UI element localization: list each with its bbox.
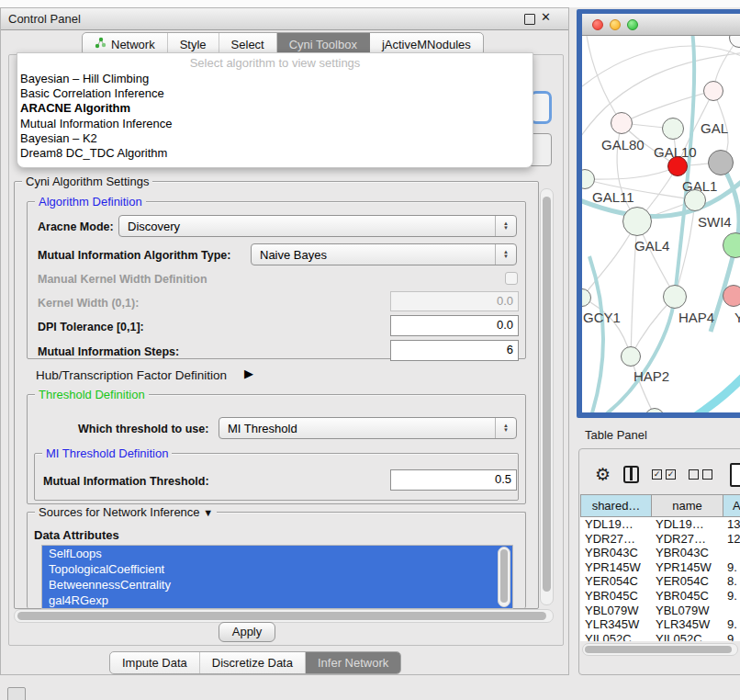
- network-node-hap4[interactable]: [663, 285, 687, 309]
- table-cell: YBL079W: [656, 604, 710, 617]
- data-attribute-gal4rgexp[interactable]: gal4RGexp: [42, 593, 512, 608]
- table-row[interactable]: YPR145WYPR145W9.: [580, 560, 740, 575]
- table-cell: YBR045C: [585, 589, 638, 603]
- table-cell: YER054C: [656, 574, 709, 588]
- node-label-swi4: SWI4: [698, 214, 732, 230]
- table-row[interactable]: YBL079WYBL079W: [580, 604, 740, 618]
- algorithm-option-bayesian-k2[interactable]: Bayesian – K2: [20, 131, 529, 146]
- tab-label: Infer Network: [318, 656, 388, 670]
- algorithm-option-dream8-dc-tdc-algorithm[interactable]: Dream8 DC_TDC Algorithm: [20, 146, 529, 161]
- mi-threshold-field[interactable]: 0.5: [390, 469, 517, 491]
- data-attribute-betweennesscentrality[interactable]: BetweennessCentrality: [42, 577, 512, 593]
- dpi-tolerance-field[interactable]: 0.0: [390, 315, 519, 336]
- table-cell: YIL052C: [585, 632, 632, 641]
- network-node-gal[interactable]: [703, 81, 723, 101]
- algorithm-option-basic-correlation-inference[interactable]: Basic Correlation Inference: [20, 86, 529, 101]
- network-node-gal80[interactable]: [611, 112, 633, 134]
- algorithm-option-mutual-information-inference[interactable]: Mutual Information Inference: [20, 117, 529, 131]
- table-cell: YDL19…: [585, 517, 633, 531]
- close-window-icon[interactable]: ✕: [541, 10, 551, 24]
- minimize-traffic-light-icon[interactable]: [610, 19, 621, 30]
- mi-algorithm-type-label: Mutual Information Algorithm Type:: [38, 249, 230, 262]
- data-attribute-topologicalcoefficient[interactable]: TopologicalCoefficient: [42, 561, 512, 577]
- network-node-gal1[interactable]: [667, 156, 688, 176]
- mi-algorithm-type-combobox[interactable]: Naive Bayes ▲▼: [251, 243, 517, 265]
- table-row[interactable]: YDR27…YDR27…12: [580, 532, 740, 547]
- table-row[interactable]: YLR345WYLR345W9.: [580, 617, 740, 632]
- select-all-checkboxes-icon[interactable]: ✓✓: [652, 469, 676, 480]
- network-node-swi4[interactable]: [684, 189, 706, 211]
- node-label-hap2: HAP2: [633, 368, 669, 384]
- table-cell: YBR045C: [656, 589, 709, 603]
- table-row[interactable]: YER054CYER054C8.: [580, 574, 740, 589]
- gear-icon[interactable]: ⚙: [595, 466, 611, 483]
- table-panel-title: Table Panel: [585, 428, 647, 442]
- float-window-icon[interactable]: [524, 14, 535, 25]
- table-cell: 12: [727, 532, 740, 546]
- column-header-shared-name[interactable]: shared…: [580, 494, 652, 517]
- tab-discretize-data[interactable]: Discretize Data: [200, 652, 306, 673]
- bottom-tabbar: Impute DataDiscretize DataInfer Network: [109, 651, 401, 674]
- tab-label: Discretize Data: [212, 656, 293, 670]
- which-threshold-value: MI Threshold: [219, 422, 495, 435]
- manual-kernel-checkbox[interactable]: [505, 272, 518, 285]
- close-traffic-light-icon[interactable]: [592, 19, 603, 30]
- network-node-gal10[interactable]: [662, 118, 684, 140]
- node-label-gal80: GAL80: [601, 137, 645, 152]
- network-node-gal4[interactable]: [622, 207, 652, 236]
- expand-arrow-icon[interactable]: ▶: [244, 367, 253, 380]
- network-node[interactable]: [708, 150, 734, 175]
- table-row[interactable]: YDL19…YDL19…13: [580, 517, 740, 532]
- node-label-gal4: GAL4: [634, 238, 669, 254]
- desktop: Control Panel ✕ NetworkStyleSelectCyni T…: [0, 0, 740, 700]
- settings-horizontal-scrollbar[interactable]: [14, 609, 554, 623]
- column-header-name[interactable]: name: [651, 494, 723, 517]
- table-cell: YLR345W: [585, 617, 639, 631]
- table-cell: YBR043C: [585, 546, 638, 559]
- table-horizontal-scrollbar[interactable]: [582, 643, 738, 656]
- which-threshold-combobox[interactable]: MI Threshold ▲▼: [219, 417, 517, 439]
- algorithm-dropdown-list: Bayesian – Hill ClimbingBasic Correlatio…: [20, 72, 529, 161]
- network-node-hap2[interactable]: [621, 346, 641, 367]
- hub-definition-label[interactable]: Hub/Transcription Factor Definition: [36, 368, 227, 382]
- algorithm-option-aracne-algorithm[interactable]: ARACNE Algorithm: [20, 101, 529, 116]
- aracne-mode-combobox[interactable]: Discovery ▲▼: [118, 215, 517, 237]
- apply-button[interactable]: Apply: [219, 622, 275, 642]
- data-attribute-selfloops[interactable]: SelfLoops: [42, 546, 512, 561]
- tab-label: Select: [231, 38, 264, 51]
- zoom-traffic-light-icon[interactable]: [627, 19, 638, 30]
- tab-impute-data[interactable]: Impute Data: [110, 652, 200, 673]
- table-cell: 13: [727, 517, 740, 531]
- minimized-panel-chip[interactable]: [7, 687, 26, 700]
- table-row[interactable]: YIL052CYIL052C9.: [580, 632, 740, 641]
- tab-label: Impute Data: [122, 656, 187, 670]
- table-cell: YBR043C: [656, 546, 709, 559]
- tab-infer-network[interactable]: Infer Network: [306, 652, 400, 673]
- collapse-arrow-icon[interactable]: ▼: [203, 507, 213, 518]
- table-row[interactable]: YBR043CYBR043C: [580, 546, 740, 560]
- algorithm-definition-title: Algorithm Definition: [35, 195, 146, 209]
- tab-label: Cyni Toolbox: [289, 38, 357, 51]
- node-label-y: Y: [734, 310, 740, 325]
- tab-label: Style: [180, 38, 207, 51]
- algorithm-dropdown: Select algorithm to view settings Bayesi…: [17, 52, 533, 168]
- network-node-y[interactable]: [723, 285, 740, 307]
- network-canvas[interactable]: GALGAL80GAL10GAL1GAL11SWI4GAL4GCY1HAP4YH…: [582, 36, 740, 412]
- settings-vertical-scrollbar[interactable]: [540, 188, 554, 605]
- deselect-all-checkboxes-icon[interactable]: [689, 469, 712, 480]
- columns-icon[interactable]: [623, 466, 639, 483]
- top-strip: [0, 0, 740, 7]
- data-attributes-label: Data Attributes: [34, 528, 119, 542]
- mi-steps-field[interactable]: 6: [390, 340, 519, 361]
- threshold-definition-title: Threshold Definition: [35, 388, 149, 401]
- data-attributes-list[interactable]: SelfLoopsTopologicalCoefficientBetweenne…: [41, 545, 513, 609]
- export-table-icon[interactable]: [730, 463, 740, 487]
- column-header-partial[interactable]: A: [723, 494, 740, 517]
- attributes-scrollbar[interactable]: [498, 547, 510, 607]
- algorithm-option-bayesian-hill-climbing[interactable]: Bayesian – Hill Climbing: [20, 72, 529, 86]
- table-cell: 9.: [727, 560, 737, 574]
- table-cell: YDL19…: [656, 517, 704, 531]
- table-row[interactable]: YBR045CYBR045C9.: [580, 589, 740, 604]
- combo-arrows-icon: ▲▼: [495, 418, 516, 438]
- node-table[interactable]: shared… name A YDL19…YDL19…13YDR27…YDR27…: [580, 494, 740, 641]
